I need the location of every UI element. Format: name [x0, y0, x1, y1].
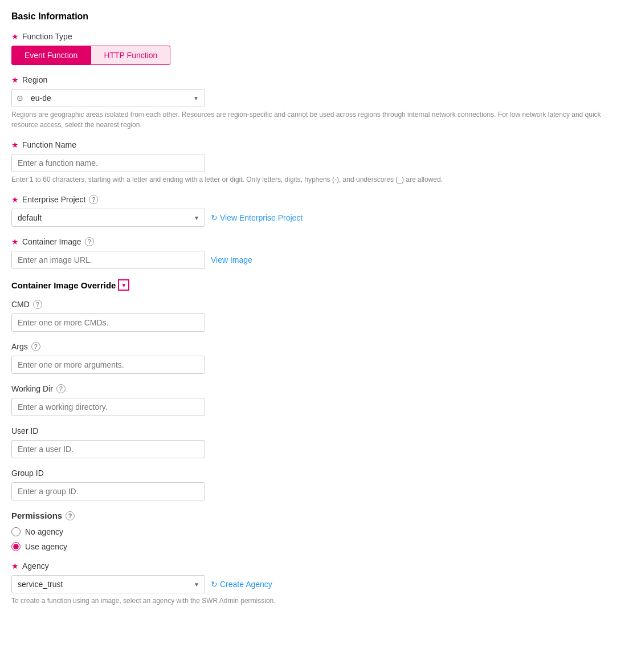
cmd-label: CMD ? [11, 300, 626, 309]
no-agency-label: No agency [25, 527, 63, 536]
args-group: Args ? [11, 342, 626, 374]
agency-row: service_trust ↻ Create Agency [11, 575, 626, 593]
args-label-text: Args [11, 342, 28, 351]
use-agency-radio[interactable] [11, 542, 21, 551]
view-image-text: View Image [211, 255, 252, 264]
cmd-input[interactable] [11, 313, 205, 332]
permissions-help-icon[interactable]: ? [66, 511, 75, 520]
user-id-label: User ID [11, 426, 626, 435]
enterprise-project-group: ★ Enterprise Project ? default ↻ View En… [11, 195, 626, 227]
args-help-icon[interactable]: ? [31, 342, 40, 351]
working-dir-label-text: Working Dir [11, 384, 53, 393]
view-enterprise-project-text: View Enterprise Project [220, 213, 303, 222]
group-id-group: Group ID [11, 469, 626, 500]
required-star-container-image: ★ [11, 237, 19, 246]
no-agency-option[interactable]: No agency [11, 527, 626, 536]
section-title: Basic Information [11, 11, 626, 22]
container-image-row: View Image [11, 251, 626, 269]
use-agency-option[interactable]: Use agency [11, 542, 626, 551]
function-type-group: ★ Function Type Event Function HTTP Func… [11, 32, 626, 65]
agency-select[interactable]: service_trust [11, 575, 205, 593]
required-star-agency: ★ [11, 561, 19, 571]
agency-hint: To create a function using an image, sel… [11, 596, 615, 606]
view-image-link[interactable]: View Image [211, 255, 252, 264]
container-image-override-section: Container Image Override ▼ CMD ? Args ? … [11, 279, 626, 500]
container-image-label: ★ Container Image ? [11, 237, 626, 246]
required-star-function-name: ★ [11, 140, 19, 149]
agency-select-wrapper: service_trust [11, 575, 205, 593]
user-id-input[interactable] [11, 440, 205, 458]
user-id-label-text: User ID [11, 426, 38, 435]
function-type-label-text: Function Type [22, 32, 72, 41]
create-agency-link[interactable]: ↻ Create Agency [211, 580, 272, 589]
region-dropdown-arrow: ▼ [187, 91, 205, 105]
http-function-button[interactable]: HTTP Function [91, 46, 170, 65]
container-image-group: ★ Container Image ? View Image [11, 237, 626, 269]
function-name-hint: Enter 1 to 60 characters, starting with … [11, 174, 615, 185]
region-label: ★ Region [11, 75, 626, 84]
permissions-title-text: Permissions [11, 511, 62, 520]
region-select[interactable]: eu-de us-east-1 ap-southeast-1 [28, 89, 187, 107]
args-input[interactable] [11, 356, 205, 374]
container-override-toggle[interactable]: ▼ [118, 279, 129, 291]
use-agency-label: Use agency [25, 542, 67, 551]
required-star-region: ★ [11, 75, 19, 84]
group-id-label-text: Group ID [11, 469, 44, 478]
location-icon: ⊙ [12, 89, 28, 107]
user-id-group: User ID [11, 426, 626, 458]
required-star-enterprise: ★ [11, 195, 19, 204]
container-image-label-text: Container Image [22, 237, 81, 246]
view-enterprise-project-link[interactable]: ↻ View Enterprise Project [211, 213, 303, 222]
basic-information-section: Basic Information ★ Function Type Event … [11, 11, 626, 606]
cmd-group: CMD ? [11, 300, 626, 332]
working-dir-input[interactable] [11, 398, 205, 416]
function-type-label: ★ Function Type [11, 32, 626, 41]
function-type-buttons: Event Function HTTP Function [11, 46, 626, 65]
enterprise-project-label-text: Enterprise Project [22, 195, 85, 204]
region-hint: Regions are geographic areas isolated fr… [11, 109, 615, 130]
container-override-title: Container Image Override [11, 280, 116, 290]
agency-label-text: Agency [22, 561, 49, 571]
agency-label: ★ Agency [11, 561, 626, 571]
create-agency-refresh-icon: ↻ [211, 580, 218, 589]
permissions-title: Permissions ? [11, 511, 626, 520]
enterprise-project-label: ★ Enterprise Project ? [11, 195, 626, 204]
no-agency-radio[interactable] [11, 527, 21, 536]
working-dir-help-icon[interactable]: ? [56, 384, 66, 393]
cmd-help-icon[interactable]: ? [33, 300, 42, 309]
container-image-input[interactable] [11, 251, 205, 269]
group-id-input[interactable] [11, 482, 205, 500]
permissions-group: Permissions ? No agency Use agency [11, 511, 626, 551]
function-name-label-text: Function Name [22, 140, 76, 149]
permissions-radio-group: No agency Use agency [11, 527, 626, 551]
enterprise-project-row: default ↻ View Enterprise Project [11, 209, 626, 227]
enterprise-project-select-wrapper: default [11, 209, 205, 227]
region-group: ★ Region ⊙ eu-de us-east-1 ap-southeast-… [11, 75, 626, 130]
group-id-label: Group ID [11, 469, 626, 478]
region-select-row: ⊙ eu-de us-east-1 ap-southeast-1 ▼ [11, 89, 205, 107]
function-name-input[interactable] [11, 154, 205, 172]
agency-group: ★ Agency service_trust ↻ Create Agency T… [11, 561, 626, 606]
container-image-help-icon[interactable]: ? [85, 237, 94, 246]
required-star-function-type: ★ [11, 32, 19, 41]
region-label-text: Region [22, 75, 47, 84]
function-name-label: ★ Function Name [11, 140, 626, 149]
container-override-header: Container Image Override ▼ [11, 279, 626, 291]
event-function-button[interactable]: Event Function [11, 46, 91, 65]
create-agency-text: Create Agency [220, 580, 272, 589]
function-name-group: ★ Function Name Enter 1 to 60 characters… [11, 140, 626, 185]
enterprise-project-select[interactable]: default [11, 209, 205, 227]
working-dir-group: Working Dir ? [11, 384, 626, 416]
cmd-label-text: CMD [11, 300, 30, 309]
working-dir-label: Working Dir ? [11, 384, 626, 393]
refresh-icon: ↻ [211, 213, 218, 222]
args-label: Args ? [11, 342, 626, 351]
enterprise-project-help-icon[interactable]: ? [89, 195, 98, 204]
